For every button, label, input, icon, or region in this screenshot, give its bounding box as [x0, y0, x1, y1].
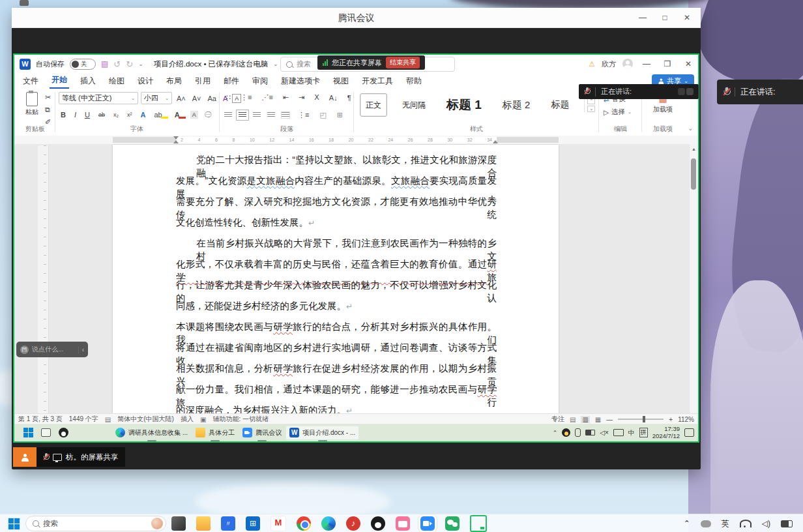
tray-chevron-up-icon[interactable]: ⌃: [684, 519, 690, 528]
document-text-line[interactable]: 文化创造性转化、创新性发展。↵: [176, 216, 497, 229]
tab-review[interactable]: 审阅: [250, 76, 270, 87]
collapse-chevron-icon[interactable]: ‹: [78, 346, 84, 353]
tab-layout[interactable]: 布局: [164, 76, 184, 87]
paste-button[interactable]: 粘贴: [22, 92, 42, 118]
shared-word-window[interactable]: W 项目介绍.docx - ...: [285, 426, 359, 440]
shrink-font-icon[interactable]: A˅: [190, 94, 203, 103]
shared-qq-button[interactable]: [55, 426, 72, 440]
document-title[interactable]: 项目介绍.docx • 已保存到这台电脑: [154, 59, 269, 69]
tray-chevron-icon[interactable]: ⌃: [553, 430, 558, 436]
sort-icon[interactable]: A↓: [327, 93, 340, 102]
hanging-indent-marker[interactable]: [173, 140, 179, 143]
battery-icon[interactable]: [781, 520, 793, 527]
qq-icon[interactable]: [371, 516, 385, 531]
shared-start-button[interactable]: [20, 426, 37, 440]
quick-access-chevron-icon[interactable]: ⌄: [138, 61, 143, 67]
tab-custom[interactable]: 新建选项卡: [279, 76, 322, 87]
multilevel-list-icon[interactable]: ⋰≡: [259, 93, 274, 102]
font-size-combo[interactable]: 小四 ⌄: [141, 92, 172, 104]
onedrive-cloud-icon[interactable]: [701, 520, 711, 527]
vertical-scrollbar[interactable]: ▲: [689, 144, 698, 413]
align-right-icon[interactable]: [253, 112, 261, 118]
wechat-icon[interactable]: [445, 516, 460, 531]
chrome-icon[interactable]: [297, 516, 311, 531]
first-line-indent-marker[interactable]: [173, 136, 179, 140]
distribute-icon[interactable]: [282, 112, 289, 118]
underline-button[interactable]: U: [83, 110, 92, 119]
shared-task-view-button[interactable]: [37, 426, 55, 440]
account-name[interactable]: 欣方: [602, 59, 616, 69]
redo-icon[interactable]: ↻: [126, 59, 133, 69]
cut-icon[interactable]: ✂: [43, 93, 53, 102]
text-effects-icon[interactable]: A: [138, 110, 147, 119]
title-chevron-icon[interactable]: ⌄: [274, 61, 278, 67]
document-text-line[interactable]: 同感，还能促进乡村经济的多元化发展。↵: [176, 299, 497, 313]
start-button[interactable]: [8, 518, 20, 529]
increase-indent-icon[interactable]: ⇥: [297, 93, 306, 102]
document-text-line[interactable]: 的深度融合，为乡村振兴注入新的活力。↵: [176, 404, 497, 413]
horizontal-ruler[interactable]: 246810121416182022242628303234: [14, 136, 698, 145]
language-indicator[interactable]: 简体中文(中国大陆): [117, 415, 174, 424]
macro-icon[interactable]: ▣: [200, 416, 206, 423]
bold-button[interactable]: B: [59, 110, 68, 119]
shared-edge-window[interactable]: 调研具体信息收集 ...: [111, 426, 192, 440]
danmaku-input-pill[interactable]: 凹 说点什么... ‹: [16, 342, 88, 357]
tray-mic-icon[interactable]: [575, 428, 581, 437]
tab-file[interactable]: 文件: [21, 76, 40, 87]
insert-mode[interactable]: 插入: [181, 415, 194, 424]
vertical-ruler[interactable]: [38, 145, 49, 413]
zoom-in-icon[interactable]: +: [669, 416, 673, 423]
superscript-button[interactable]: x²: [125, 111, 134, 119]
align-left-icon[interactable]: [224, 112, 232, 118]
netease-music-icon[interactable]: ♪: [346, 516, 360, 531]
print-view-icon[interactable]: ▥: [581, 416, 589, 423]
meeting-maximize-button[interactable]: □: [655, 10, 675, 25]
tray-notification-icon[interactable]: [684, 428, 694, 437]
volume-icon[interactable]: ◁): [762, 519, 770, 528]
tray-battery-icon[interactable]: [585, 430, 595, 436]
tab-references[interactable]: 引用: [193, 76, 212, 87]
style-heading1[interactable]: 标题 1: [441, 93, 488, 117]
ime-indicator[interactable]: 英: [722, 518, 729, 529]
wifi-icon[interactable]: [740, 520, 752, 527]
word-close-button[interactable]: ✕: [681, 56, 695, 72]
read-view-icon[interactable]: ▤: [570, 416, 576, 423]
scroll-up-arrow-icon[interactable]: ▲: [692, 147, 696, 151]
speaking-overlay-desktop[interactable]: 正在讲话:: [717, 80, 803, 104]
numbering-icon[interactable]: ⋮≡: [239, 93, 254, 102]
save-icon[interactable]: ▤: [101, 59, 108, 68]
show-marks-icon[interactable]: ¶: [345, 93, 353, 102]
app-icon-dark[interactable]: [171, 516, 186, 531]
edge-icon[interactable]: [321, 516, 336, 531]
taskbar-search-box[interactable]: 搜索: [25, 516, 166, 531]
document-page[interactable]: 党的二十大报告指出：“坚持以文塑旅、以旅彰文，推进文化和旅游深度融合发展。”文化…: [113, 145, 559, 413]
tray-ime-lang[interactable]: 中: [628, 428, 635, 437]
shading-char-icon[interactable]: A: [190, 111, 198, 119]
zoom-slider-thumb[interactable]: [643, 416, 645, 422]
style-heading2[interactable]: 标题 2: [497, 93, 536, 117]
change-case-icon[interactable]: Aa: [206, 94, 218, 103]
shared-meeting-window[interactable]: 腾讯会议: [239, 426, 285, 440]
tray-keyboard-icon[interactable]: [613, 429, 624, 436]
zoom-slider[interactable]: [618, 419, 664, 420]
scrollbar-thumb[interactable]: [691, 158, 696, 190]
bullets-icon[interactable]: ∷: [224, 93, 233, 102]
gmail-icon[interactable]: M: [270, 516, 286, 531]
warning-icon[interactable]: ⚠: [589, 60, 595, 68]
font-name-combo[interactable]: 等线 (中文正文) ⌄: [59, 92, 138, 104]
tab-home[interactable]: 开始: [50, 74, 69, 89]
ms-store-icon[interactable]: ⊞: [246, 516, 260, 531]
asian-layout-icon[interactable]: Ⅹ: [312, 93, 321, 102]
line-spacing-icon[interactable]: ⋮≡: [296, 110, 311, 120]
undo-icon[interactable]: ↺: [113, 59, 121, 69]
styles-more-icon[interactable]: ⌄: [587, 106, 595, 112]
circle-char-icon[interactable]: ㊀: [203, 109, 214, 120]
zoom-level[interactable]: 112%: [678, 416, 694, 423]
bilibili-icon[interactable]: [396, 516, 410, 531]
tray-qq-icon[interactable]: [562, 428, 570, 437]
collapse-ribbon-icon[interactable]: ⌄: [688, 125, 693, 132]
tab-draw[interactable]: 绘图: [107, 76, 126, 87]
word-count[interactable]: 1449 个字: [69, 415, 98, 424]
autosave-toggle[interactable]: 关: [70, 59, 96, 70]
word-minimize-button[interactable]: —: [639, 56, 654, 72]
